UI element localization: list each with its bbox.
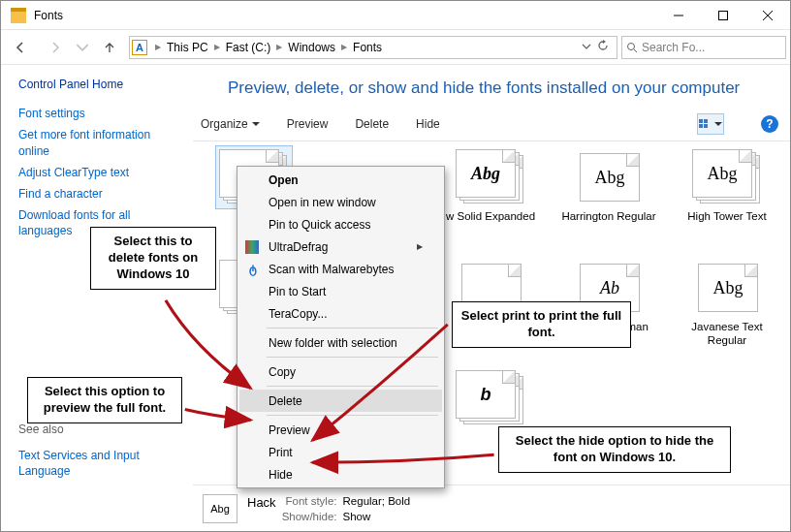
address-dropdown-icon[interactable] <box>582 41 591 54</box>
ctx-pin-start[interactable]: Pin to Start <box>239 280 442 302</box>
toolbar-hide[interactable]: Hide <box>416 117 440 131</box>
svg-rect-6 <box>699 119 703 123</box>
breadcrumb[interactable]: A ▶ This PC ▶ Fast (C:) ▶ Windows ▶ Font… <box>129 36 617 59</box>
back-button[interactable] <box>5 34 36 61</box>
command-bar: Organize Preview Delete Hide ? <box>193 111 790 141</box>
chevron-right-icon: ▶ <box>417 242 423 251</box>
search-input[interactable]: Search Fo... <box>621 36 786 59</box>
details-pane: Abg Hack Font style: Regular; Bold Show/… <box>193 485 790 531</box>
sidebar-link-cleartype[interactable]: Adjust ClearType text <box>18 165 181 180</box>
svg-rect-7 <box>704 119 708 123</box>
help-button[interactable]: ? <box>761 115 778 133</box>
sidebar-link-more-info[interactable]: Get more font information online <box>18 127 181 158</box>
close-button[interactable] <box>745 1 790 30</box>
details-show-value: Show <box>343 511 411 522</box>
chevron-down-icon <box>252 120 260 128</box>
control-panel-home-link[interactable]: Control Panel Home <box>18 77 181 92</box>
svg-rect-9 <box>704 124 708 128</box>
ctx-open-new-window[interactable]: Open in new window <box>239 191 442 213</box>
fonts-folder-icon: A <box>132 40 147 55</box>
ctx-pin-quick[interactable]: Pin to Quick access <box>239 213 442 235</box>
crumb-windows[interactable]: Windows <box>284 41 339 54</box>
font-item-javanese[interactable]: Abg Javanese Text Regular <box>674 260 780 349</box>
context-menu: Open Open in new window Pin to Quick acc… <box>237 166 445 488</box>
chevron-down-icon <box>714 120 722 128</box>
callout-print: Select print to print the full font. <box>452 301 631 348</box>
sidebar-link-text-services[interactable]: Text Services and Input Language <box>18 448 181 479</box>
ctx-preview[interactable]: Preview <box>239 419 442 441</box>
search-placeholder: Search Fo... <box>642 41 705 54</box>
up-button[interactable] <box>94 34 125 61</box>
minimize-button[interactable] <box>656 1 701 30</box>
ctx-open[interactable]: Open <box>239 169 442 191</box>
font-item[interactable]: b <box>437 370 544 430</box>
ctx-scan-malwarebytes[interactable]: ტ Scan with Malwarebytes <box>239 258 442 280</box>
ctx-ultradefrag[interactable]: UltraDefrag▶ <box>239 235 442 258</box>
crumb-fonts[interactable]: Fonts <box>349 41 386 54</box>
svg-point-4 <box>628 43 635 49</box>
page-title: Preview, delete, or show and hide the fo… <box>193 65 790 111</box>
recent-locations-button[interactable] <box>75 34 90 61</box>
toolbar-preview[interactable]: Preview <box>287 117 329 131</box>
crumb-drive[interactable]: Fast (C:) <box>222 41 275 54</box>
svg-rect-8 <box>699 124 703 128</box>
view-options-button[interactable] <box>697 113 724 135</box>
chevron-icon[interactable]: ▶ <box>212 43 222 51</box>
sidebar-link-find-character[interactable]: Find a character <box>18 186 181 202</box>
ultradefrag-icon <box>245 240 259 254</box>
crumb-thispc[interactable]: This PC <box>163 41 212 54</box>
details-style-value: Regular; Bold <box>343 495 411 510</box>
chevron-icon[interactable]: ▶ <box>339 43 349 51</box>
chevron-icon[interactable]: ▶ <box>274 43 284 51</box>
search-icon <box>626 42 638 53</box>
chevron-icon[interactable]: ▶ <box>153 43 163 51</box>
ctx-print[interactable]: Print <box>239 441 442 463</box>
ctx-new-folder-selection[interactable]: New folder with selection <box>239 331 442 354</box>
refresh-icon[interactable] <box>597 40 609 54</box>
see-also-label: See also <box>18 422 181 436</box>
ctx-copy[interactable]: Copy <box>239 360 442 383</box>
callout-preview: Select this option to preview the full f… <box>27 377 182 423</box>
forward-button[interactable] <box>40 34 71 61</box>
font-item[interactable]: Abg w Solid Expanded <box>437 149 544 238</box>
window-title: Fonts <box>34 9 63 22</box>
sidebar-link-font-settings[interactable]: Font settings <box>18 106 181 121</box>
callout-delete: Select this to delete fonts on Windows 1… <box>90 227 216 290</box>
svg-line-5 <box>634 49 637 52</box>
ctx-teracopy[interactable]: TeraCopy... <box>239 302 442 325</box>
callout-hide: Select the hide option to hide the font … <box>498 426 731 473</box>
font-item-hightower[interactable]: Abg High Tower Text <box>674 149 780 238</box>
organize-menu[interactable]: Organize <box>201 117 260 131</box>
toolbar-delete[interactable]: Delete <box>355 117 389 131</box>
malwarebytes-icon: ტ <box>245 262 261 277</box>
svg-rect-1 <box>719 11 728 19</box>
title-bar: Fonts <box>1 1 790 30</box>
details-show-label: Show/hide: <box>282 511 337 522</box>
ctx-hide[interactable]: Hide <box>239 463 442 485</box>
font-item-harrington[interactable]: Abg Harrington Regular <box>555 149 662 238</box>
details-font-name: Hack <box>247 495 276 510</box>
details-style-label: Font style: <box>282 495 337 510</box>
address-row: A ▶ This PC ▶ Fast (C:) ▶ Windows ▶ Font… <box>1 30 790 65</box>
maximize-button[interactable] <box>701 1 745 30</box>
details-thumbnail: Abg <box>203 494 237 523</box>
ctx-delete[interactable]: Delete <box>239 390 442 412</box>
window-icon <box>11 8 26 23</box>
